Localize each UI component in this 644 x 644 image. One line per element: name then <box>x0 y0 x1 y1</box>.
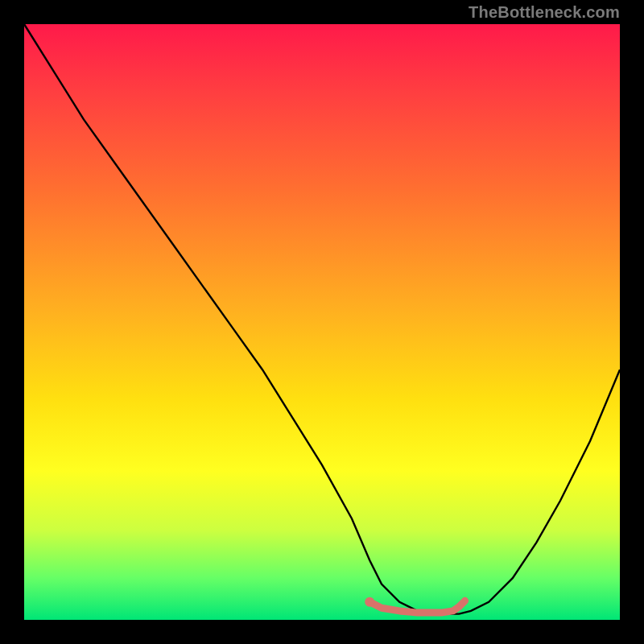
highlight-start-dot <box>365 597 374 607</box>
chart-plot <box>24 24 620 620</box>
bottleneck-curve <box>24 24 620 614</box>
watermark-text: TheBottleneck.com <box>469 3 620 22</box>
highlight-segment <box>369 601 464 613</box>
